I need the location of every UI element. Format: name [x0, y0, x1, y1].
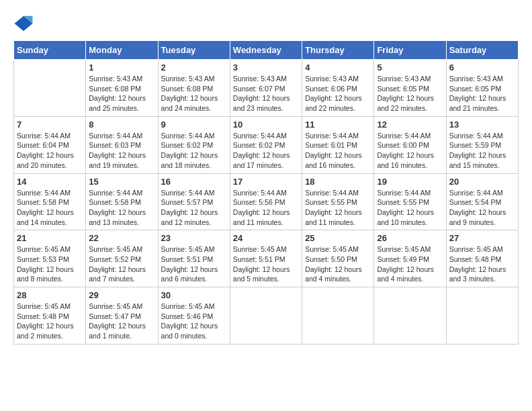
day-info: Sunrise: 5:43 AM Sunset: 6:05 PM Dayligh…	[377, 74, 443, 113]
day-number: 23	[161, 233, 227, 243]
calendar-cell: 1Sunrise: 5:43 AM Sunset: 6:08 PM Daylig…	[86, 60, 158, 117]
day-info: Sunrise: 5:44 AM Sunset: 5:55 PM Dayligh…	[377, 188, 443, 228]
day-info: Sunrise: 5:43 AM Sunset: 6:08 PM Dayligh…	[161, 74, 227, 113]
calendar-cell: 12Sunrise: 5:44 AM Sunset: 6:00 PM Dayli…	[374, 116, 446, 173]
calendar-cell: 9Sunrise: 5:44 AM Sunset: 6:02 PM Daylig…	[158, 116, 230, 173]
day-info: Sunrise: 5:44 AM Sunset: 6:02 PM Dayligh…	[161, 131, 227, 171]
calendar-cell: 16Sunrise: 5:44 AM Sunset: 5:57 PM Dayli…	[158, 173, 230, 230]
logo	[13, 13, 38, 34]
day-info: Sunrise: 5:45 AM Sunset: 5:52 PM Dayligh…	[89, 244, 154, 284]
day-info: Sunrise: 5:43 AM Sunset: 6:08 PM Dayligh…	[89, 74, 154, 113]
calendar-cell: 22Sunrise: 5:45 AM Sunset: 5:52 PM Dayli…	[86, 230, 158, 287]
calendar-cell: 11Sunrise: 5:44 AM Sunset: 6:01 PM Dayli…	[302, 116, 374, 173]
day-info: Sunrise: 5:44 AM Sunset: 5:54 PM Dayligh…	[449, 188, 515, 228]
day-number: 11	[305, 120, 371, 130]
calendar-table: SundayMondayTuesdayWednesdayThursdayFrid…	[13, 40, 519, 345]
day-info: Sunrise: 5:45 AM Sunset: 5:51 PM Dayligh…	[233, 244, 299, 284]
calendar-cell: 26Sunrise: 5:45 AM Sunset: 5:49 PM Dayli…	[374, 230, 446, 287]
day-number: 9	[161, 120, 227, 130]
week-row-4: 21Sunrise: 5:45 AM Sunset: 5:53 PM Dayli…	[14, 230, 519, 287]
day-number: 24	[233, 233, 299, 243]
day-number: 15	[89, 177, 154, 187]
calendar-header-tuesday: Tuesday	[158, 41, 230, 60]
day-info: Sunrise: 5:45 AM Sunset: 5:48 PM Dayligh…	[449, 244, 515, 284]
calendar-cell: 17Sunrise: 5:44 AM Sunset: 5:56 PM Dayli…	[230, 173, 302, 230]
day-info: Sunrise: 5:44 AM Sunset: 5:58 PM Dayligh…	[17, 188, 83, 228]
day-number: 27	[449, 233, 515, 243]
calendar-cell: 18Sunrise: 5:44 AM Sunset: 5:55 PM Dayli…	[302, 173, 374, 230]
day-info: Sunrise: 5:43 AM Sunset: 6:06 PM Dayligh…	[305, 74, 371, 113]
logo-icon	[13, 13, 34, 34]
calendar-cell: 6Sunrise: 5:43 AM Sunset: 6:05 PM Daylig…	[446, 60, 518, 117]
day-number: 29	[89, 290, 154, 300]
calendar-cell	[14, 60, 86, 117]
calendar-cell: 13Sunrise: 5:44 AM Sunset: 5:59 PM Dayli…	[446, 116, 518, 173]
calendar-cell: 3Sunrise: 5:43 AM Sunset: 6:07 PM Daylig…	[230, 60, 302, 117]
calendar-cell	[374, 287, 446, 345]
day-number: 13	[449, 120, 515, 130]
day-number: 30	[161, 290, 227, 300]
day-number: 12	[377, 120, 443, 130]
day-info: Sunrise: 5:45 AM Sunset: 5:46 PM Dayligh…	[161, 302, 227, 341]
calendar-cell: 28Sunrise: 5:45 AM Sunset: 5:48 PM Dayli…	[14, 287, 86, 345]
day-info: Sunrise: 5:45 AM Sunset: 5:49 PM Dayligh…	[377, 244, 443, 284]
day-info: Sunrise: 5:43 AM Sunset: 6:07 PM Dayligh…	[233, 74, 299, 113]
day-info: Sunrise: 5:45 AM Sunset: 5:48 PM Dayligh…	[17, 302, 83, 341]
day-info: Sunrise: 5:44 AM Sunset: 5:55 PM Dayligh…	[305, 188, 371, 228]
calendar-cell: 5Sunrise: 5:43 AM Sunset: 6:05 PM Daylig…	[374, 60, 446, 117]
calendar-header-thursday: Thursday	[302, 41, 374, 60]
calendar-header-wednesday: Wednesday	[230, 41, 302, 60]
calendar-cell: 19Sunrise: 5:44 AM Sunset: 5:55 PM Dayli…	[374, 173, 446, 230]
day-number: 22	[89, 233, 154, 243]
day-number: 14	[17, 177, 83, 187]
calendar-cell: 15Sunrise: 5:44 AM Sunset: 5:58 PM Dayli…	[86, 173, 158, 230]
calendar-cell: 14Sunrise: 5:44 AM Sunset: 5:58 PM Dayli…	[14, 173, 86, 230]
day-info: Sunrise: 5:44 AM Sunset: 6:03 PM Dayligh…	[89, 131, 154, 171]
day-number: 3	[233, 62, 299, 73]
calendar-cell	[302, 287, 374, 345]
week-row-1: 1Sunrise: 5:43 AM Sunset: 6:08 PM Daylig…	[14, 60, 519, 117]
day-number: 10	[233, 120, 299, 130]
day-number: 28	[17, 290, 83, 300]
day-number: 2	[161, 62, 227, 73]
day-number: 26	[377, 233, 443, 243]
calendar-cell: 10Sunrise: 5:44 AM Sunset: 6:02 PM Dayli…	[230, 116, 302, 173]
day-number: 1	[89, 62, 154, 73]
day-info: Sunrise: 5:44 AM Sunset: 6:04 PM Dayligh…	[17, 131, 83, 171]
day-number: 17	[233, 177, 299, 187]
day-number: 7	[17, 120, 83, 130]
calendar-header-row: SundayMondayTuesdayWednesdayThursdayFrid…	[14, 41, 519, 60]
day-info: Sunrise: 5:45 AM Sunset: 5:53 PM Dayligh…	[17, 244, 83, 284]
day-info: Sunrise: 5:44 AM Sunset: 6:00 PM Dayligh…	[377, 131, 443, 171]
day-info: Sunrise: 5:44 AM Sunset: 6:02 PM Dayligh…	[233, 131, 299, 171]
day-number: 21	[17, 233, 83, 243]
calendar-cell: 2Sunrise: 5:43 AM Sunset: 6:08 PM Daylig…	[158, 60, 230, 117]
day-info: Sunrise: 5:44 AM Sunset: 5:57 PM Dayligh…	[161, 188, 227, 228]
day-number: 4	[305, 62, 371, 73]
day-info: Sunrise: 5:44 AM Sunset: 5:58 PM Dayligh…	[89, 188, 154, 228]
calendar-header-monday: Monday	[86, 41, 158, 60]
calendar-cell: 7Sunrise: 5:44 AM Sunset: 6:04 PM Daylig…	[14, 116, 86, 173]
calendar-cell	[446, 287, 518, 345]
day-number: 5	[377, 62, 443, 73]
week-row-2: 7Sunrise: 5:44 AM Sunset: 6:04 PM Daylig…	[14, 116, 519, 173]
day-info: Sunrise: 5:44 AM Sunset: 5:59 PM Dayligh…	[449, 131, 515, 171]
day-number: 6	[449, 62, 515, 73]
calendar-header-saturday: Saturday	[446, 41, 518, 60]
day-info: Sunrise: 5:45 AM Sunset: 5:47 PM Dayligh…	[89, 302, 154, 341]
calendar-cell: 4Sunrise: 5:43 AM Sunset: 6:06 PM Daylig…	[302, 60, 374, 117]
calendar-header-friday: Friday	[374, 41, 446, 60]
day-number: 25	[305, 233, 371, 243]
day-info: Sunrise: 5:45 AM Sunset: 5:51 PM Dayligh…	[161, 244, 227, 284]
calendar-header-sunday: Sunday	[14, 41, 86, 60]
day-number: 19	[377, 177, 443, 187]
day-number: 20	[449, 177, 515, 187]
calendar-cell: 8Sunrise: 5:44 AM Sunset: 6:03 PM Daylig…	[86, 116, 158, 173]
calendar-cell: 20Sunrise: 5:44 AM Sunset: 5:54 PM Dayli…	[446, 173, 518, 230]
calendar-cell: 30Sunrise: 5:45 AM Sunset: 5:46 PM Dayli…	[158, 287, 230, 345]
calendar-cell: 27Sunrise: 5:45 AM Sunset: 5:48 PM Dayli…	[446, 230, 518, 287]
day-number: 16	[161, 177, 227, 187]
page-header	[13, 13, 519, 34]
calendar-cell: 29Sunrise: 5:45 AM Sunset: 5:47 PM Dayli…	[86, 287, 158, 345]
day-number: 18	[305, 177, 371, 187]
